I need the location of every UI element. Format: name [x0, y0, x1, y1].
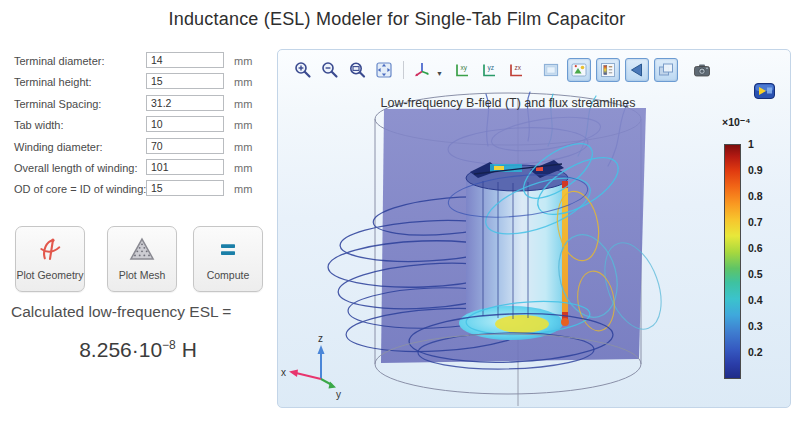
- field-row-winding-length: Overall length of winding: mm: [14, 158, 266, 179]
- snapshot-camera-icon[interactable]: [691, 59, 713, 81]
- axis-label-z: z: [318, 333, 323, 344]
- field-row-terminal-diameter: Terminal diameter: mm: [14, 51, 266, 72]
- unit-label: mm: [234, 162, 252, 174]
- transparency-icon[interactable]: [654, 58, 678, 82]
- winding-length-input[interactable]: [146, 159, 224, 175]
- show-grid-icon[interactable]: [540, 59, 562, 81]
- unit-label: mm: [234, 141, 252, 153]
- svg-text:yz: yz: [487, 64, 494, 72]
- parameter-form: Terminal diameter: mm Terminal height: m…: [14, 51, 266, 201]
- unit-label: mm: [234, 119, 252, 131]
- toolbar-separator: [403, 61, 404, 79]
- colorbar-tick: 0.7: [748, 216, 778, 228]
- field-row-core-od: OD of core = ID of winding: mm: [14, 179, 266, 200]
- unit-label: mm: [234, 183, 252, 195]
- button-label: Plot Mesh: [119, 269, 166, 281]
- scene-light-icon[interactable]: [567, 58, 591, 82]
- terminal-height-input[interactable]: [146, 73, 224, 89]
- field-row-terminal-spacing: Terminal Spacing: mm: [14, 94, 266, 115]
- graphics-toolbar: ▼ xy yz zx: [292, 57, 718, 83]
- unit-label: mm: [234, 76, 252, 88]
- view-yz-icon[interactable]: yz: [478, 59, 500, 81]
- unit-label: mm: [234, 55, 252, 67]
- colorbar-tick: 0.4: [748, 294, 778, 306]
- graphics-canvas[interactable]: z x y: [278, 86, 791, 408]
- field-label: Terminal Spacing:: [14, 98, 101, 110]
- compute-button[interactable]: Compute: [193, 226, 263, 292]
- select-arrow-icon[interactable]: [625, 58, 649, 82]
- plot-geometry-button[interactable]: Plot Geometry: [15, 226, 85, 292]
- colorbar-tick: 1: [748, 138, 778, 150]
- winding-diameter-input[interactable]: [146, 138, 224, 154]
- field-label: OD of core = ID of winding:: [14, 183, 146, 195]
- result-exponent: −8: [162, 338, 176, 352]
- color-legend-icon[interactable]: [596, 58, 620, 82]
- field-label: Tab width:: [14, 119, 64, 131]
- result-label: Calculated low-frequency ESL =: [11, 303, 231, 321]
- field-label: Terminal diameter:: [14, 55, 104, 67]
- view-xy-icon[interactable]: xy: [451, 59, 473, 81]
- page-title: Inductance (ESL) Modeler for Single-Tab …: [0, 9, 794, 30]
- axis-label-x: x: [281, 367, 286, 378]
- zoom-out-icon[interactable]: [319, 59, 341, 81]
- svg-text:zx: zx: [514, 64, 521, 71]
- terminal-diameter-input[interactable]: [146, 52, 224, 68]
- field-row-tab-width: Tab width: mm: [14, 115, 266, 136]
- graphics-panel: ▼ xy yz zx: [277, 49, 791, 408]
- default-3d-view-icon[interactable]: [411, 59, 433, 81]
- svg-text:xy: xy: [460, 64, 467, 72]
- plot-mesh-button[interactable]: Plot Mesh: [107, 226, 177, 292]
- field-row-terminal-height: Terminal height: mm: [14, 72, 266, 93]
- tab-width-input[interactable]: [146, 116, 224, 132]
- colorbar-multiplier: ×10⁻⁴: [722, 116, 751, 128]
- field-label: Winding diameter:: [14, 141, 103, 153]
- app-window: Inductance (ESL) Modeler for Single-Tab …: [0, 0, 794, 422]
- colorbar-tick: 0.9: [748, 164, 778, 176]
- colorbar-tick: 0.6: [748, 242, 778, 254]
- colorbar: [724, 144, 741, 379]
- mesh-triangle-icon: [128, 236, 156, 266]
- result-value: 8.256·10−8 H: [0, 338, 276, 362]
- button-label: Plot Geometry: [16, 269, 83, 281]
- zoom-in-icon[interactable]: [292, 59, 314, 81]
- zoom-box-icon[interactable]: [346, 59, 368, 81]
- colorbar-tick: 0.8: [748, 190, 778, 202]
- result-unit: H: [182, 338, 197, 361]
- field-row-winding-diameter: Winding diameter: mm: [14, 137, 266, 158]
- core-od-input[interactable]: [146, 180, 224, 196]
- button-label: Compute: [207, 269, 250, 281]
- view-zx-icon[interactable]: zx: [505, 59, 527, 81]
- colorbar-tick: 0.3: [748, 320, 778, 332]
- colorbar-tick: 0.5: [748, 268, 778, 280]
- result-mantissa: 8.256·10: [79, 338, 162, 361]
- axis-triad: z x y: [281, 333, 341, 400]
- field-label: Overall length of winding:: [14, 162, 138, 174]
- axis-label-y: y: [336, 389, 341, 400]
- plot-settings-icon[interactable]: [754, 83, 775, 99]
- compass-icon: [36, 236, 64, 266]
- equals-icon: [214, 236, 242, 266]
- terminal-spacing-input[interactable]: [146, 95, 224, 111]
- zoom-extents-icon[interactable]: [373, 59, 395, 81]
- colorbar-tick: 0.2: [748, 346, 778, 358]
- chevron-down-icon[interactable]: ▼: [436, 70, 443, 77]
- unit-label: mm: [234, 98, 252, 110]
- field-label: Terminal height:: [14, 76, 92, 88]
